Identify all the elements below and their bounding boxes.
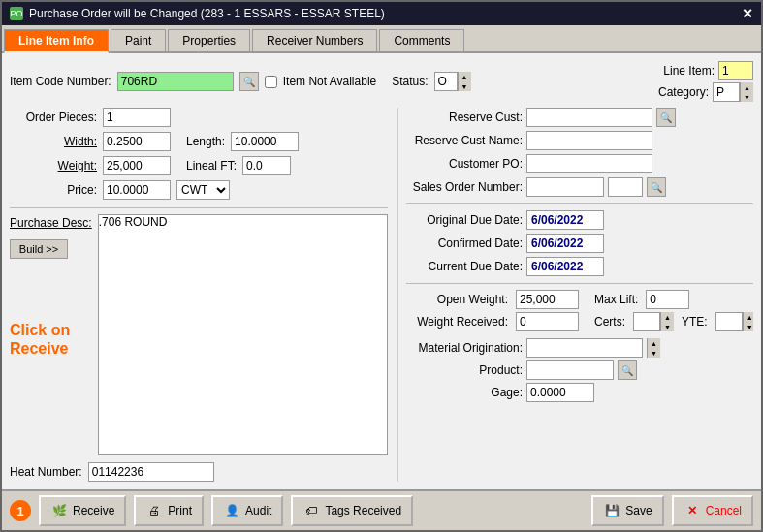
- window-title: Purchase Order will be Changed (283 - 1 …: [29, 7, 385, 20]
- certs-spin-down[interactable]: ▼: [660, 322, 674, 331]
- open-weight-input[interactable]: [516, 290, 579, 309]
- product-label: Product:: [406, 363, 523, 377]
- material-origination-row: Material Origination: ▲ ▼: [406, 338, 753, 358]
- category-label: Category:: [658, 85, 709, 99]
- lineal-ft-label: Lineal FT:: [186, 159, 237, 172]
- order-pieces-input[interactable]: [103, 108, 171, 127]
- material-origination-input[interactable]: [526, 338, 643, 358]
- reserve-cust-name-input[interactable]: [526, 131, 652, 150]
- item-code-input[interactable]: [117, 72, 234, 91]
- sales-order-input[interactable]: [526, 177, 604, 197]
- customer-po-input[interactable]: [526, 154, 652, 173]
- status-spin-down[interactable]: ▼: [458, 81, 471, 91]
- max-lift-input[interactable]: [646, 290, 689, 309]
- tags-received-button[interactable]: 🏷 Tags Received: [291, 495, 413, 526]
- width-length-row: Width: Length:: [10, 132, 388, 151]
- certs-input[interactable]: [633, 312, 660, 331]
- reserve-cust-row: Reserve Cust: 🔍: [406, 108, 753, 127]
- yte-input[interactable]: [715, 312, 743, 331]
- original-due-date-value: 6/06/2022: [526, 210, 604, 230]
- close-button[interactable]: ✕: [742, 6, 753, 21]
- length-input[interactable]: [231, 132, 299, 151]
- weight-input[interactable]: [103, 156, 171, 175]
- original-due-date-label: Original Due Date:: [406, 213, 523, 227]
- tags-icon: 🏷: [302, 502, 320, 519]
- right-column: Reserve Cust: 🔍 Reserve Cust Name: Custo…: [397, 108, 753, 482]
- width-input[interactable]: [103, 132, 171, 151]
- receive-icon: 🌿: [50, 502, 68, 519]
- open-weight-label: Open Weight:: [406, 293, 508, 306]
- status-input[interactable]: [434, 72, 458, 91]
- reserve-cust-input[interactable]: [526, 108, 652, 127]
- bottom-bar: 1 🌿 Receive 🖨 Print 👤 Audit 🏷 Tags Recei…: [2, 489, 761, 530]
- item-code-row: Item Code Number: 🔍 Item Not Available S…: [10, 61, 753, 102]
- tags-received-label: Tags Received: [325, 504, 401, 517]
- yte-spin-up[interactable]: ▲: [743, 312, 753, 322]
- status-spin-up[interactable]: ▲: [458, 72, 471, 81]
- product-input[interactable]: [526, 360, 614, 380]
- current-due-date-value: 6/06/2022: [526, 257, 604, 276]
- save-button[interactable]: 💾 Save: [591, 495, 663, 526]
- material-orig-spin-down[interactable]: ▼: [647, 348, 660, 358]
- audit-icon: 👤: [223, 502, 240, 519]
- weight-received-row: Weight Received: Certs: ▲ ▼ YTE:: [406, 312, 753, 331]
- open-weight-row: Open Weight: Max Lift:: [406, 290, 753, 309]
- receive-button[interactable]: 🌿 Receive: [39, 495, 126, 526]
- certs-spin-group: ▲ ▼: [633, 312, 674, 331]
- certs-label: Certs:: [594, 315, 625, 329]
- price-unit-group: CWT: [176, 180, 230, 200]
- weight-received-input[interactable]: [516, 312, 579, 331]
- build-button[interactable]: Build >>: [10, 239, 68, 259]
- line-item-input[interactable]: [718, 61, 753, 80]
- main-window: PO Purchase Order will be Changed (283 -…: [0, 0, 763, 532]
- category-spin-up[interactable]: ▲: [740, 82, 753, 92]
- cancel-button[interactable]: ✕ Cancel: [672, 495, 753, 526]
- current-due-date-row: Current Due Date: 6/06/2022: [406, 257, 753, 276]
- tab-receiver-numbers[interactable]: Receiver Numbers: [252, 29, 377, 51]
- sales-order-search-button[interactable]: 🔍: [647, 177, 666, 197]
- item-code-search-button[interactable]: 🔍: [239, 72, 259, 91]
- reserve-cust-name-row: Reserve Cust Name:: [406, 131, 753, 150]
- item-not-available-label: Item Not Available: [283, 75, 377, 88]
- purchase-desc-textarea[interactable]: .706 ROUND: [98, 214, 388, 455]
- price-unit-select[interactable]: CWT: [176, 180, 230, 200]
- order-pieces-label: Order Pieces:: [10, 110, 97, 124]
- gage-input[interactable]: [526, 383, 594, 402]
- price-input[interactable]: [103, 180, 171, 200]
- category-spin-down[interactable]: ▼: [740, 92, 753, 102]
- reserve-cust-search-button[interactable]: 🔍: [656, 108, 676, 127]
- tab-paint[interactable]: Paint: [111, 29, 166, 51]
- item-code-label: Item Code Number:: [10, 75, 111, 88]
- heat-number-input[interactable]: [88, 462, 214, 482]
- lineal-ft-input[interactable]: [242, 156, 291, 175]
- material-orig-spin-up[interactable]: ▲: [647, 338, 660, 348]
- reserve-cust-label: Reserve Cust:: [406, 110, 523, 124]
- tab-line-item-info[interactable]: Line Item Info: [4, 29, 109, 53]
- certs-spin-up[interactable]: ▲: [660, 312, 674, 322]
- badge-number: 1: [10, 500, 31, 521]
- original-due-date-row: Original Due Date: 6/06/2022: [406, 210, 753, 230]
- app-icon: PO: [10, 7, 23, 20]
- length-label: Length:: [186, 135, 225, 148]
- heat-number-label: Heat Number:: [10, 465, 82, 479]
- price-label: Price:: [10, 183, 97, 197]
- weight-lineal-row: Weight: Lineal FT:: [10, 156, 388, 175]
- product-search-button[interactable]: 🔍: [618, 360, 637, 380]
- status-spin-group: ▲ ▼: [434, 72, 471, 91]
- item-not-available-checkbox[interactable]: [265, 76, 277, 88]
- audit-button[interactable]: 👤 Audit: [211, 495, 283, 526]
- yte-spin-down[interactable]: ▼: [743, 322, 753, 331]
- category-input[interactable]: [713, 82, 740, 102]
- save-icon: 💾: [603, 502, 620, 519]
- gage-label: Gage:: [406, 386, 523, 399]
- customer-po-row: Customer PO:: [406, 154, 753, 173]
- print-button[interactable]: 🖨 Print: [134, 495, 204, 526]
- confirmed-date-label: Confirmed Date:: [406, 236, 523, 250]
- confirmed-date-value: 6/06/2022: [526, 234, 604, 253]
- tab-properties[interactable]: Properties: [168, 29, 250, 51]
- sales-order-suffix-input[interactable]: [608, 177, 643, 197]
- tab-comments[interactable]: Comments: [379, 29, 464, 51]
- order-pieces-row: Order Pieces:: [10, 108, 388, 127]
- material-origination-label: Material Origination:: [406, 341, 523, 355]
- line-item-label: Line Item:: [663, 64, 715, 78]
